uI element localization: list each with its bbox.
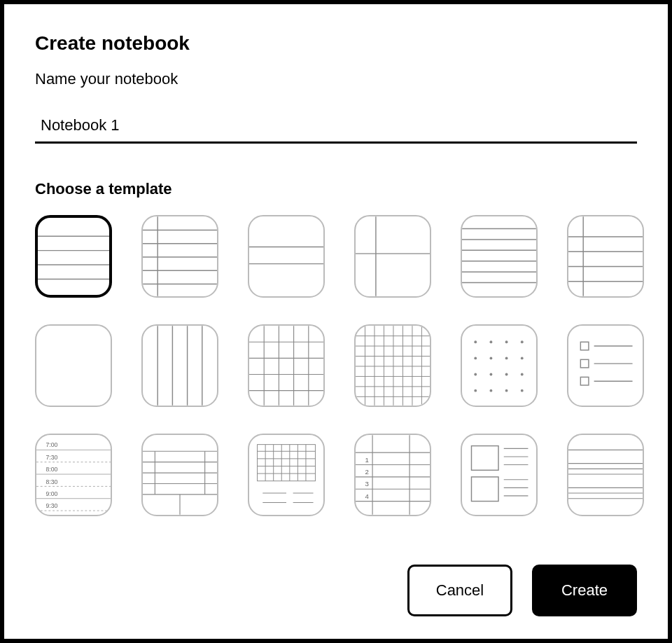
svg-point-62 [521,373,524,376]
svg-point-52 [490,340,493,343]
template-lined-dense[interactable] [461,215,538,298]
svg-text:9:30: 9:30 [46,502,57,509]
svg-text:7:00: 7:00 [46,441,57,448]
create-notebook-dialog: Create notebook Name your notebook Choos… [0,0,672,643]
svg-text:8:30: 8:30 [46,478,57,485]
template-blank[interactable] [35,324,112,407]
svg-text:1: 1 [365,456,368,464]
template-grid-small[interactable] [354,324,431,407]
svg-rect-69 [580,359,589,368]
svg-point-54 [521,340,524,343]
template-table-split[interactable] [141,434,218,516]
template-columns[interactable] [141,324,218,407]
template-schedule[interactable]: 7:00 7:30 8:00 8:30 9:00 9:30 [35,434,112,516]
template-split-header[interactable] [248,215,325,298]
cancel-button[interactable]: Cancel [407,565,512,616]
svg-text:7:30: 7:30 [46,454,57,461]
template-cornell-notes[interactable] [461,434,538,516]
svg-text:3: 3 [365,480,368,488]
svg-point-58 [521,357,524,359]
svg-point-65 [505,389,508,392]
svg-text:4: 4 [365,492,369,500]
svg-point-56 [490,357,493,359]
name-field-label: Name your notebook [35,70,637,88]
svg-point-60 [490,373,493,376]
svg-point-55 [474,357,477,359]
template-calendar-month[interactable] [248,434,325,516]
dialog-title: Create notebook [35,32,637,55]
template-grid: 7:00 7:30 8:00 8:30 9:00 9:30 [35,215,637,516]
svg-point-63 [474,389,477,392]
svg-text:8:00: 8:00 [46,466,57,473]
svg-point-51 [474,340,477,343]
svg-text:2: 2 [365,468,368,476]
template-dot-grid[interactable] [461,324,538,407]
template-grid-large[interactable] [248,324,325,407]
svg-point-64 [490,389,493,392]
svg-point-53 [505,340,508,343]
template-lined-wide[interactable] [35,215,112,298]
svg-point-61 [505,373,508,376]
svg-rect-67 [580,342,589,350]
svg-point-59 [474,373,477,376]
template-lined-margin-left[interactable] [141,215,218,298]
notebook-name-input[interactable] [41,116,637,134]
name-input-row [35,116,637,144]
template-lined-group[interactable] [567,434,644,516]
svg-rect-119 [471,446,498,471]
dialog-actions: Cancel Create [35,565,637,616]
svg-rect-71 [580,377,589,385]
svg-rect-93 [258,445,316,481]
template-checklist[interactable] [567,324,644,407]
svg-rect-120 [471,477,498,502]
svg-point-57 [505,357,508,359]
template-lined-margin-top[interactable] [567,215,644,298]
svg-point-66 [521,389,524,392]
template-split-vertical[interactable] [354,215,431,298]
create-button[interactable]: Create [532,565,637,616]
template-numbered-list[interactable]: 1 2 3 4 [354,434,431,516]
svg-text:9:00: 9:00 [46,490,57,497]
template-section-title: Choose a template [35,180,637,198]
